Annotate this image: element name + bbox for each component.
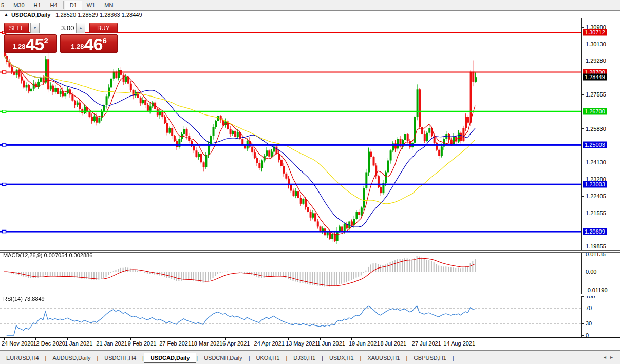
rsi-name: RSI(14) (3, 296, 23, 302)
date-tick-label: 1 Jan 2021 (65, 340, 92, 347)
chart-tabs-bar: EURUSD,H4|AUDUSD,Daily|USDCHF,H4|USDCAD,… (0, 350, 620, 364)
time-axis[interactable]: 24 Nov 202012 Dec 20201 Jan 202121 Jan 2… (0, 337, 620, 351)
chart-tab-DJ30[interactable]: DJ30,H1 (287, 353, 322, 363)
date-tick-label: 13 May 2021 (286, 340, 318, 347)
trading-terminal-window: 5M30H1H4D1W1MN ▲ USDCAD,Daily 1.28520 1.… (0, 0, 620, 364)
chart-tab-EURUSD[interactable]: EURUSD,H4 (0, 353, 45, 363)
sell-button[interactable]: SELL (4, 23, 29, 33)
pane-separator-macd[interactable] (0, 250, 620, 253)
date-tick-label: 18 Mar 2021 (191, 340, 223, 347)
sell-price-sup: 2 (44, 36, 48, 45)
date-tick-label: 24 Apr 2021 (254, 340, 285, 347)
chart-tab-USDCNH[interactable]: USDCNH,Daily (198, 353, 249, 363)
macd-indicator-label: MACD(12,26,9) 0.007054 0.002886 (3, 252, 92, 258)
sell-price-prefix: 1.28 (12, 43, 25, 50)
rsi-tick-label: 30 (586, 320, 592, 327)
buy-price-prefix: 1.28 (71, 43, 84, 50)
volume-increase-button[interactable]: ▲ (76, 23, 85, 33)
date-tick-mark (383, 338, 383, 340)
chart-tab-USDX[interactable]: USDX,H1 (323, 353, 360, 363)
tab-scroll-left-icon[interactable]: ◂ (604, 354, 610, 360)
spin-down-icon: ▼ (33, 26, 37, 30)
price-tick-mark (582, 213, 584, 213)
price-tick-label: 1.22405 (586, 193, 606, 199)
date-tick-label: 12 Dec 2020 (33, 340, 65, 347)
macd-tick-label: -0.01190 (586, 287, 608, 293)
chart-tab-USDCAD[interactable]: USDCAD,Daily (144, 353, 196, 363)
date-tick-mark (225, 338, 226, 340)
tab-scroll-arrows: ◂▸ (604, 354, 617, 360)
date-tick-mark (446, 338, 446, 340)
price-level-badge: 1.26700 (583, 108, 607, 115)
price-tick-label: 1.25830 (586, 126, 606, 132)
chart-tab-USDCHF[interactable]: USDCHF,H4 (98, 353, 142, 363)
date-tick-label: 1 Jun 2021 (317, 340, 345, 347)
price-tick-mark (582, 179, 584, 179)
date-tick-mark (130, 338, 131, 340)
date-tick-label: 9 Feb 2021 (128, 340, 157, 347)
macd-name: MACD(12,26,9) (3, 252, 42, 258)
rsi-tick-mark (582, 335, 584, 336)
macd-tick-label: 0.00 (586, 269, 596, 275)
tab-separator: | (453, 355, 454, 361)
rsi-tick-mark (582, 323, 584, 324)
date-tick-mark (4, 338, 5, 340)
price-scale[interactable]: 1.309801.301301.292801.275551.258301.241… (581, 18, 620, 337)
macd-tick-mark (582, 254, 584, 254)
pane-separator-rsi[interactable] (0, 294, 620, 296)
chart-tab-AUDUSD[interactable]: AUDUSD,Daily (46, 353, 97, 363)
price-level-badge: 1.25003 (583, 142, 607, 148)
date-tick-mark (35, 338, 36, 340)
date-tick-mark (162, 338, 162, 340)
date-tick-mark (351, 338, 352, 340)
price-level-badge: 1.20609 (583, 228, 607, 235)
macd-tick-mark (582, 290, 584, 290)
spin-up-icon: ▲ (79, 26, 83, 30)
price-level-badge: 1.30712 (583, 29, 607, 36)
macd-current-values: 0.007054 0.002886 (44, 252, 92, 258)
price-tick-mark (582, 44, 584, 44)
price-tick-mark (582, 128, 584, 129)
buy-button[interactable]: BUY (89, 23, 118, 33)
rsi-tick-mark (582, 308, 584, 308)
price-tick-label: 1.21555 (586, 210, 606, 216)
date-tick-label: 14 Aug 2021 (443, 340, 475, 347)
date-tick-label: 27 Jul 2021 (412, 340, 441, 347)
price-level-badge: 1.28449 (583, 74, 607, 81)
chart-tab-UKOil[interactable]: UKOil,H1 (250, 353, 286, 363)
price-tick-mark (582, 246, 584, 246)
price-tick-mark (582, 162, 584, 162)
rsi-tick-label: 70 (586, 305, 592, 311)
buy-price-big: 46 (84, 36, 103, 52)
price-tick-label: 1.24130 (586, 159, 606, 165)
date-tick-label: 21 Jan 2021 (96, 340, 127, 347)
price-tick-label: 1.27555 (586, 91, 606, 98)
date-tick-mark (415, 338, 415, 340)
rsi-current-value: 73.8849 (24, 296, 45, 302)
macd-tick-mark (582, 272, 584, 272)
volume-decrease-button[interactable]: ▼ (30, 23, 39, 33)
buy-price-display[interactable]: 1.28 46 6 (60, 34, 118, 53)
chart-tab-GBPUSD[interactable]: GBPUSD,H1 (407, 353, 453, 363)
date-tick-mark (320, 338, 321, 340)
price-tick-mark (582, 61, 584, 61)
tab-scroll-right-icon[interactable]: ▸ (610, 354, 617, 360)
date-tick-label: 8 Jul 2021 (380, 340, 406, 347)
date-tick-label: 24 Nov 2020 (2, 340, 33, 347)
price-tick-mark (582, 94, 584, 95)
price-tick-mark (582, 196, 584, 197)
date-tick-mark (99, 338, 99, 340)
sell-price-display[interactable]: 1.28 45 2 (4, 34, 57, 53)
buy-price-sup: 6 (102, 36, 106, 45)
price-tick-label: 1.19855 (586, 243, 606, 250)
price-tick-label: 1.29280 (586, 58, 606, 64)
date-tick-label: 27 Feb 2021 (159, 340, 191, 347)
date-tick-label: 6 Apr 2021 (222, 340, 250, 347)
date-tick-mark (257, 338, 257, 340)
volume-input[interactable]: 3.00 (40, 23, 77, 33)
rsi-indicator-label: RSI(14) 73.8849 (3, 296, 45, 302)
date-tick-mark (288, 338, 289, 340)
sell-price-big: 45 (26, 36, 44, 52)
chart-tab-XAUUSD[interactable]: XAUUSD,H1 (361, 353, 406, 363)
date-tick-mark (194, 338, 194, 340)
